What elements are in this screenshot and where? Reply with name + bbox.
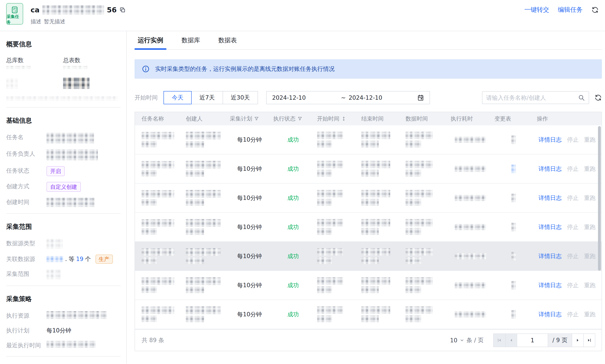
end-time-cell bbox=[361, 277, 406, 293]
col-data-time: 数据时间 bbox=[406, 115, 451, 122]
redacted-text bbox=[142, 161, 174, 169]
redacted-text bbox=[361, 141, 379, 148]
redacted-text bbox=[186, 248, 220, 256]
redacted-text bbox=[406, 286, 421, 293]
operations-cell: 详情日志 停止 重跑 bbox=[537, 136, 602, 144]
tab-tables[interactable]: 数据表 bbox=[215, 31, 240, 49]
quick-range-group: 今天 近7天 近30天 bbox=[164, 91, 258, 104]
start-time-cell bbox=[317, 190, 361, 206]
creator-cell bbox=[186, 219, 230, 235]
stop-link[interactable]: 停止 bbox=[567, 136, 579, 144]
task-name-cell bbox=[142, 277, 186, 293]
task-name-cell bbox=[142, 161, 186, 177]
redacted-text bbox=[361, 161, 390, 168]
rerun-link[interactable]: 重跑 bbox=[584, 223, 596, 231]
refresh-icon[interactable] bbox=[591, 6, 599, 14]
redacted-text bbox=[142, 132, 174, 139]
copy-icon[interactable] bbox=[120, 7, 126, 13]
next-page-button[interactable] bbox=[572, 334, 583, 347]
search-icon[interactable] bbox=[578, 94, 585, 101]
detail-log-link[interactable]: 详情日志 bbox=[539, 136, 562, 144]
stop-link[interactable]: 停止 bbox=[567, 252, 579, 260]
filter-icon[interactable] bbox=[254, 116, 259, 121]
col-exec-status: 执行状态 bbox=[273, 115, 317, 122]
redacted-text bbox=[361, 277, 390, 285]
stop-link[interactable]: 停止 bbox=[567, 194, 579, 202]
redacted-text bbox=[361, 315, 379, 322]
page-size-select[interactable]: 10 条 / 页 bbox=[450, 336, 484, 344]
rerun-link[interactable]: 重跑 bbox=[584, 252, 596, 260]
stop-link[interactable]: 停止 bbox=[567, 311, 579, 318]
tab-run-instances[interactable]: 运行实例 bbox=[135, 31, 166, 49]
redacted-create-time bbox=[46, 198, 95, 207]
detail-log-link[interactable]: 详情日志 bbox=[539, 223, 562, 231]
current-page-input[interactable]: 1 bbox=[517, 334, 548, 347]
search-box bbox=[482, 91, 589, 104]
section-divider bbox=[6, 107, 121, 108]
rerun-link[interactable]: 重跑 bbox=[584, 136, 596, 144]
data-time-cell bbox=[406, 161, 451, 177]
quick-today-button[interactable]: 今天 bbox=[164, 91, 192, 104]
redacted-text bbox=[406, 248, 433, 256]
start-time-cell bbox=[317, 161, 361, 177]
prev-page-button[interactable] bbox=[505, 334, 517, 347]
tab-databases[interactable]: 数据库 bbox=[178, 31, 203, 49]
start-time-cell bbox=[317, 132, 361, 148]
page-title-suffix: 56 bbox=[107, 6, 117, 14]
last-page-button[interactable] bbox=[583, 334, 595, 347]
first-page-button[interactable] bbox=[494, 334, 505, 347]
quick-7days-button[interactable]: 近7天 bbox=[191, 91, 223, 104]
date-separator: ~ bbox=[341, 94, 346, 101]
redacted-text bbox=[406, 190, 433, 197]
task-name-cell bbox=[142, 219, 186, 235]
plan-cell: 每10分钟 bbox=[237, 311, 262, 318]
rerun-link[interactable]: 重跑 bbox=[584, 281, 596, 289]
detail-log-link[interactable]: 详情日志 bbox=[539, 252, 562, 260]
edit-task-button[interactable]: 编辑任务 bbox=[558, 6, 583, 14]
search-input[interactable] bbox=[486, 94, 578, 101]
date-end-value: 2024-12-10 bbox=[349, 94, 382, 101]
end-time-cell bbox=[361, 306, 406, 322]
change-redaction bbox=[511, 223, 516, 232]
redacted-datasource-link[interactable] bbox=[46, 256, 63, 262]
redacted-text bbox=[142, 199, 157, 206]
transfer-button[interactable]: 一键转交 bbox=[524, 6, 549, 14]
duration-cell bbox=[451, 224, 495, 230]
end-time-cell bbox=[361, 161, 406, 177]
duration-cell bbox=[451, 282, 495, 288]
table-refresh-icon[interactable] bbox=[594, 94, 602, 101]
stop-link[interactable]: 停止 bbox=[567, 165, 579, 173]
calendar-icon[interactable] bbox=[417, 94, 424, 101]
redacted-text bbox=[455, 282, 486, 288]
rerun-link[interactable]: 重跑 bbox=[584, 194, 596, 202]
rerun-link[interactable]: 重跑 bbox=[584, 311, 596, 318]
redacted-text bbox=[455, 253, 486, 259]
main-panel: 运行实例 数据库 数据表 实时采集类型的任务，运行实例展示的是离线元数据对账任务… bbox=[127, 31, 605, 364]
info-banner: 实时采集类型的任务，运行实例展示的是离线元数据对账任务执行情况 bbox=[135, 59, 602, 79]
redacted-text bbox=[317, 286, 332, 293]
rerun-link[interactable]: 重跑 bbox=[584, 165, 596, 173]
quick-30days-button[interactable]: 近30天 bbox=[223, 91, 258, 104]
redacted-text bbox=[186, 316, 204, 322]
sort-icon[interactable] bbox=[341, 116, 346, 121]
redacted-text bbox=[406, 170, 421, 177]
prod-badge: 生产 bbox=[96, 255, 113, 264]
vertical-scrollbar-thumb[interactable] bbox=[598, 126, 601, 271]
pager: 1 / 9 页 bbox=[493, 333, 595, 347]
summary-section-title: 概要信息 bbox=[6, 40, 121, 49]
detail-log-link[interactable]: 详情日志 bbox=[539, 194, 562, 202]
stop-link[interactable]: 停止 bbox=[567, 223, 579, 231]
operations-cell: 详情日志 停止 重跑 bbox=[537, 223, 602, 231]
redacted-text bbox=[317, 257, 332, 264]
detail-log-link[interactable]: 详情日志 bbox=[539, 281, 562, 289]
detail-log-link[interactable]: 详情日志 bbox=[539, 165, 562, 173]
exec-plan-value: 每10分钟 bbox=[46, 326, 71, 335]
filter-icon[interactable] bbox=[297, 116, 302, 121]
detail-log-link[interactable]: 详情日志 bbox=[539, 311, 562, 318]
section-divider bbox=[6, 213, 121, 214]
redacted-text bbox=[317, 277, 343, 285]
date-range-picker[interactable]: 2024-12-10 ~ 2024-12-10 bbox=[266, 91, 430, 104]
datasource-count-link[interactable]: 19 bbox=[76, 255, 83, 264]
stop-link[interactable]: 停止 bbox=[567, 281, 579, 289]
redacted-text bbox=[317, 161, 343, 168]
